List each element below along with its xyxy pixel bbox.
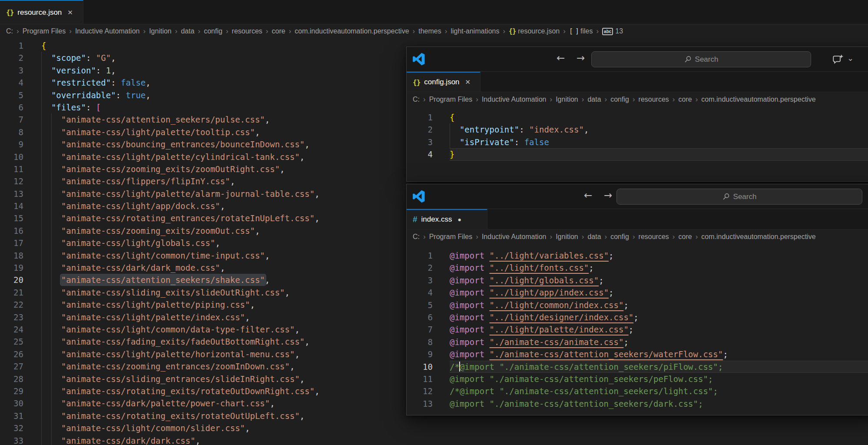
breadcrumb-item[interactable]: Ignition bbox=[556, 233, 578, 241]
code-token: ; bbox=[623, 337, 628, 347]
forward-button[interactable]: → bbox=[604, 189, 612, 201]
tab-index-css[interactable]: # index.css ● bbox=[407, 209, 487, 229]
breadcrumb-item[interactable]: core bbox=[679, 96, 692, 103]
line-number: 10 bbox=[0, 151, 23, 163]
breadcrumb-item[interactable]: C: bbox=[413, 233, 420, 241]
tab-resource-json[interactable]: {} resource.json ✕ bbox=[0, 0, 83, 24]
code-line[interactable]: 33 "animate-css/dark/dark.css", bbox=[0, 435, 868, 445]
breadcrumb-separator: › bbox=[550, 232, 552, 241]
breadcrumb-item[interactable]: com.inductiveautomation.perspective bbox=[701, 96, 815, 103]
line-number: 1 bbox=[407, 111, 433, 123]
breadcrumb-item[interactable]: abc13 bbox=[602, 27, 623, 35]
code-token: , bbox=[300, 411, 305, 421]
code-line[interactable]: 12/*@import "./animate-css/attention_see… bbox=[407, 385, 868, 397]
code-token: ; bbox=[623, 300, 628, 310]
line-number: 12 bbox=[0, 175, 23, 187]
line-number: 8 bbox=[0, 126, 23, 138]
breadcrumb-item[interactable]: config bbox=[610, 233, 629, 241]
back-button[interactable]: ← bbox=[557, 52, 565, 63]
code-token bbox=[41, 226, 61, 236]
breadcrumb-item[interactable]: Program Files bbox=[429, 233, 473, 241]
code-token: "../light/variables.css" bbox=[490, 251, 609, 260]
breadcrumb-separator: › bbox=[17, 27, 19, 36]
breadcrumb-item[interactable]: data bbox=[587, 96, 601, 103]
code-token bbox=[41, 164, 61, 174]
line-text: @import "../light/palette/index.css"; bbox=[450, 323, 868, 335]
code-token: "animate-css/light/palette/alarm-journal… bbox=[61, 189, 315, 199]
code-line[interactable]: 1{ bbox=[407, 111, 868, 123]
tab-config-json[interactable]: {} config.json ✕ bbox=[407, 72, 480, 92]
breadcrumb-item[interactable]: com.inductiveautomation.perspective bbox=[295, 27, 409, 35]
breadcrumb-item[interactable]: Ignition bbox=[556, 96, 578, 103]
code-token: , bbox=[315, 189, 319, 199]
code-line[interactable]: 4} bbox=[407, 148, 868, 160]
index-css-editor[interactable]: 1@import "../light/variables.css";2@impo… bbox=[407, 244, 868, 410]
breadcrumb-label: core bbox=[679, 233, 692, 241]
code-token: 1 bbox=[106, 66, 111, 75]
window-titlebar[interactable]: ← → Search bbox=[407, 184, 868, 209]
breadcrumb-item[interactable]: core bbox=[272, 27, 285, 35]
breadcrumb-item[interactable]: Inductive Automation bbox=[482, 233, 547, 241]
code-token: "overridable" bbox=[51, 90, 116, 100]
code-token: "animate-css/zooming_exits/zoomOutRight.… bbox=[61, 164, 280, 174]
code-line[interactable]: 4@import "../light/app/index.css"; bbox=[407, 286, 868, 299]
line-number: 6 bbox=[0, 101, 23, 113]
search-input[interactable]: Search bbox=[591, 51, 811, 67]
breadcrumb-item[interactable]: config bbox=[610, 96, 629, 103]
code-line[interactable]: 6@import "../light/designer/index.css"; bbox=[407, 311, 868, 323]
forward-button[interactable]: → bbox=[576, 52, 585, 63]
code-token: "../light/designer/index.css" bbox=[490, 312, 634, 322]
code-line[interactable]: 3@import "../light/globals.css"; bbox=[407, 274, 868, 286]
line-text: /*@import "./animate-css/attention_seeke… bbox=[450, 385, 868, 397]
breadcrumb-item[interactable]: Ignition bbox=[149, 27, 172, 35]
breadcrumb-item[interactable]: resources bbox=[639, 233, 669, 241]
code-line[interactable]: 13@import "./animate-css/attention_seeke… bbox=[407, 398, 868, 410]
modified-dot-icon[interactable]: ● bbox=[457, 216, 461, 223]
breadcrumb-item[interactable]: Program Files bbox=[23, 27, 66, 35]
breadcrumb-item[interactable]: themes bbox=[418, 27, 441, 35]
code-line[interactable]: 3 "isPrivate": false bbox=[407, 136, 868, 148]
breadcrumb-item[interactable]: [ ]files bbox=[569, 27, 593, 35]
breadcrumb-separator: › bbox=[550, 95, 552, 104]
close-tab-icon[interactable]: ✕ bbox=[67, 9, 73, 17]
close-tab-icon[interactable]: ✕ bbox=[465, 78, 471, 86]
back-button[interactable]: ← bbox=[584, 189, 592, 201]
search-input[interactable]: Search bbox=[616, 189, 862, 205]
breadcrumb-item[interactable]: C: bbox=[413, 96, 420, 103]
breadcrumb-item[interactable]: C: bbox=[6, 27, 13, 35]
breadcrumb-item[interactable]: Program Files bbox=[429, 96, 473, 103]
breadcrumb-item[interactable]: Inductive Automation bbox=[75, 27, 140, 35]
code-token: , bbox=[285, 288, 290, 297]
breadcrumb-item[interactable]: resources bbox=[639, 96, 669, 103]
code-line[interactable]: 32 "animate-css/light/common/slider.css"… bbox=[0, 422, 868, 434]
code-token: { bbox=[450, 113, 454, 122]
breadcrumb-item[interactable]: Inductive Automation bbox=[482, 96, 547, 103]
breadcrumb-item[interactable]: data bbox=[587, 233, 601, 241]
code-line[interactable]: 8@import "./animate-css/animate.css"; bbox=[407, 336, 868, 348]
code-line[interactable]: 11@import "./animate-css/attention_seeke… bbox=[407, 373, 868, 385]
code-token: , bbox=[295, 349, 299, 359]
copilot-chat-icon bbox=[832, 53, 844, 65]
breadcrumb-item[interactable]: light-animations bbox=[451, 27, 499, 35]
config-json-editor[interactable]: 1{2 "entrypoint": "index.css",3 "isPriva… bbox=[407, 107, 868, 161]
window-titlebar[interactable]: ← → Search ⌄ bbox=[407, 47, 868, 72]
breadcrumb-item[interactable]: com.inductiveautomation.perspective bbox=[701, 233, 815, 241]
code-token: { bbox=[41, 41, 46, 50]
code-line[interactable]: 9@import "./animate-css/attention_seeker… bbox=[407, 348, 868, 360]
code-token: "animate-css/zooming_entrances/zoomInDow… bbox=[61, 362, 290, 371]
code-line[interactable]: 2@import "../light/fonts.css"; bbox=[407, 262, 868, 274]
breadcrumb-item[interactable]: config bbox=[204, 27, 222, 35]
code-line[interactable]: 2 "entrypoint": "index.css", bbox=[407, 123, 868, 136]
code-line[interactable]: 5@import "../light/common/index.css"; bbox=[407, 299, 868, 311]
code-line[interactable]: 7@import "../light/palette/index.css"; bbox=[407, 323, 868, 335]
code-line[interactable]: 10/*@import "./animate-css/attention_see… bbox=[407, 361, 868, 373]
copilot-chat-button[interactable]: ⌄ bbox=[832, 53, 854, 65]
breadcrumb-item[interactable]: resources bbox=[232, 27, 262, 35]
code-token: , bbox=[315, 386, 319, 396]
code-line[interactable]: 1@import "../light/variables.css"; bbox=[407, 249, 868, 262]
breadcrumb-item[interactable]: data bbox=[181, 27, 194, 35]
breadcrumb-item[interactable]: core bbox=[679, 233, 692, 241]
breadcrumb-label: core bbox=[679, 96, 692, 103]
breadcrumb-item[interactable]: {}resource.json bbox=[509, 27, 560, 35]
breadcrumb-separator: › bbox=[605, 232, 607, 241]
